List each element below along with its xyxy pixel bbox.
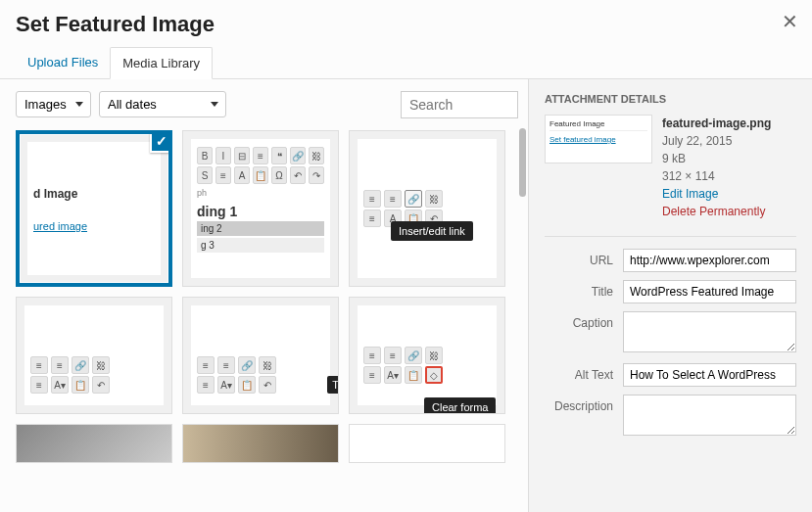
toolbar-icon: 🔗 — [290, 147, 306, 164]
toolbar-icon: Ω — [271, 166, 287, 184]
tooltip: Insert/edit link — [391, 221, 473, 241]
thumb-link: ured image — [33, 220, 155, 232]
toolbar-icon: ↶ — [92, 376, 110, 394]
toolbar-icon: A — [234, 166, 250, 184]
toolbar-icon: ≡ — [363, 366, 381, 384]
thumb-text: ding 1 — [197, 204, 324, 219]
caption-input[interactable] — [623, 311, 796, 352]
thumb-text: ing 2 — [197, 221, 324, 236]
link-icon: 🔗 — [405, 190, 422, 208]
toolbar-icon: ≡ — [197, 376, 215, 394]
toolbar-icon: B — [197, 147, 213, 164]
toolbar-icon: A▾ — [51, 376, 69, 394]
selected-check-icon[interactable] — [150, 130, 172, 153]
delete-permanently-link[interactable]: Delete Permanently — [662, 203, 771, 220]
attachment-thumb[interactable]: ≡≡🔗⛓ ≡A📋↶ Insert/edit link — [349, 130, 505, 287]
title-label: Title — [545, 280, 623, 299]
title-input[interactable] — [623, 280, 796, 303]
toolbar-icon: S — [197, 166, 213, 184]
toolbar-icon: A▾ — [217, 376, 235, 394]
attachment-thumb[interactable]: ≡≡🔗⛓ ≡A▾📋↶ — [16, 297, 172, 414]
file-size: 9 kB — [662, 150, 771, 167]
toolbar-icon: A▾ — [384, 366, 402, 384]
attachment-thumb[interactable] — [182, 424, 339, 463]
toolbar-icon: ≡ — [215, 166, 231, 184]
toolbar-icon: ≡ — [363, 209, 381, 227]
align-left-icon: ≡ — [363, 190, 381, 208]
file-dimensions: 312 × 114 — [662, 167, 771, 185]
search-input[interactable] — [401, 91, 518, 118]
attachment-thumb[interactable] — [16, 424, 172, 463]
toolbar-icon: ≡ — [384, 347, 402, 364]
toolbar-icon: ⛓ — [309, 147, 324, 164]
url-label: URL — [545, 249, 623, 267]
tab-media-library[interactable]: Media Library — [110, 47, 213, 79]
toolbar-icon: ≡ — [30, 376, 48, 394]
tooltip-fragment: T — [327, 376, 339, 394]
unlink-icon: ⛓ — [425, 190, 443, 208]
align-center-icon: ≡ — [384, 190, 402, 208]
eraser-icon: ◇ — [425, 366, 443, 384]
attachment-thumb[interactable]: ≡≡🔗⛓ ≡A▾📋◇ Clear forma — [349, 297, 505, 414]
description-label: Description — [545, 395, 623, 413]
toolbar-icon: 🔗 — [405, 347, 422, 364]
modal-title: Set Featured Image — [16, 12, 796, 37]
toolbar-icon: ⛓ — [425, 347, 443, 364]
attachment-thumb[interactable] — [349, 424, 505, 463]
attachment-thumb[interactable]: ≡≡🔗⛓ ≡A▾📋↶ T — [182, 297, 339, 414]
filter-type-select[interactable]: Images — [16, 91, 91, 117]
thumb-text: d Image — [33, 185, 155, 203]
thumb-text: g 3 — [197, 238, 324, 253]
toolbar-icon: ≡ — [217, 356, 235, 374]
tab-upload-files[interactable]: Upload Files — [16, 47, 110, 78]
toolbar-icon: 📋 — [253, 166, 268, 184]
tooltip: Clear forma — [424, 397, 496, 414]
url-input[interactable] — [623, 249, 796, 272]
toolbar-icon: ↷ — [309, 166, 324, 184]
toolbar-icon: 📋 — [405, 366, 422, 384]
toolbar-icon: ≡ — [363, 347, 381, 364]
edit-image-link[interactable]: Edit Image — [662, 185, 771, 203]
filter-date-select[interactable]: All dates — [99, 91, 226, 117]
file-date: July 22, 2015 — [662, 132, 771, 150]
toolbar-icon: ≡ — [197, 356, 215, 374]
toolbar-icon: ❝ — [271, 147, 287, 164]
toolbar-icon: I — [215, 147, 231, 164]
toolbar-icon: 📋 — [72, 376, 89, 394]
panel-title: ATTACHMENT DETAILS — [545, 93, 796, 105]
alt-text-label: Alt Text — [545, 363, 623, 382]
toolbar-icon: ⛓ — [92, 356, 110, 374]
toolbar-icon: ↶ — [259, 376, 276, 394]
attachment-thumb[interactable]: d Image ured image — [16, 130, 172, 287]
toolbar-icon: ⊟ — [234, 147, 250, 164]
toolbar-icon: 📋 — [238, 376, 256, 394]
toolbar-icon: 🔗 — [72, 356, 89, 374]
scrollbar[interactable] — [519, 128, 526, 197]
toolbar-icon: ≡ — [253, 147, 268, 164]
toolbar-icon: ↶ — [290, 166, 306, 184]
tab-bar: Upload Files Media Library — [0, 47, 812, 79]
close-icon[interactable]: ✕ — [782, 10, 798, 33]
toolbar-icon: 🔗 — [238, 356, 256, 374]
description-input[interactable] — [623, 395, 796, 436]
thumb-text: ph — [197, 188, 324, 198]
toolbar-icon: ≡ — [51, 356, 69, 374]
attachment-preview: Featured Image Set featured image — [545, 115, 652, 163]
toolbar-icon: ⛓ — [259, 356, 276, 374]
caption-label: Caption — [545, 311, 623, 330]
alt-text-input[interactable] — [623, 363, 796, 387]
toolbar-icon: ≡ — [30, 356, 48, 374]
filename: featured-image.png — [662, 115, 771, 132]
attachment-thumb[interactable]: BI⊟≡❝🔗⛓ S≡A📋Ω↶↷ ph ding 1 ing 2 g 3 — [182, 130, 339, 287]
